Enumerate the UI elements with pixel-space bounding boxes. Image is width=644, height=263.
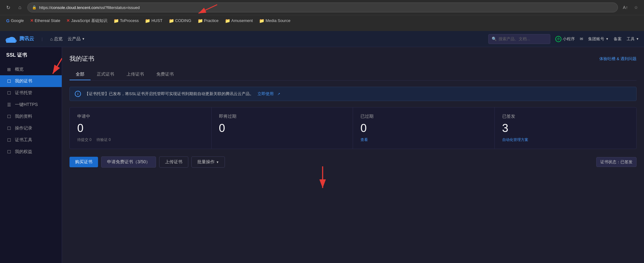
stat-expiring-value: 0 (219, 122, 346, 135)
folder-icon-hust: 📁 (145, 18, 150, 23)
tab-all[interactable]: 全部 (69, 69, 91, 80)
record-btn[interactable]: 备案 (614, 36, 622, 42)
batch-ops-button[interactable]: 批量操作 ▼ (191, 156, 225, 168)
hosting-icon: ☐ (6, 90, 12, 95)
page-title: 我的证书 (69, 55, 94, 63)
tencent-cloud-logo-svg (5, 35, 17, 43)
sidebar-my-certs-wrapper: ☐ 我的证书 (0, 75, 62, 87)
folder-icon-coding: 📁 (169, 18, 174, 23)
apply-free-cert-button[interactable]: 申请免费证书（3/50） (101, 156, 156, 168)
font-size-button[interactable]: A↑ (621, 3, 630, 12)
logo-area: 腾讯云 (5, 35, 34, 43)
google-icon: G (6, 18, 10, 23)
feedback-link[interactable]: 体验吐槽 & 遇到问题 (599, 56, 637, 62)
stat-issued-value: 3 (502, 122, 629, 135)
stat-issued-mgmt-link[interactable]: 自动化管理方案 (502, 137, 528, 142)
bookmark-practice[interactable]: 📁 Practice (195, 17, 221, 24)
xmark-icon-js: ✕ (66, 18, 70, 23)
stat-expired-view-link[interactable]: 查看 (360, 137, 368, 142)
search-placeholder: 搜索产品、文档... (499, 36, 530, 42)
stat-issued: 已签发 3 自动化管理方案 (495, 107, 637, 149)
sidebar-item-my-benefits-label: 我的权益 (15, 149, 32, 155)
account-btn[interactable]: 集团账号 ▼ (588, 36, 609, 42)
stat-applying: 申请中 0 待提交 0 待验证 0 (70, 107, 212, 149)
sidebar-item-https-label: 一键HTTPS (15, 102, 38, 107)
stat-expired-label: 已过期 (360, 114, 487, 119)
stat-expiring: 即将过期 0 (212, 107, 353, 149)
bookmark-toprocess[interactable]: 📁 ToProcess (111, 17, 141, 24)
bookmarks-bar: G Google ✕ Ethereal State ✕ JavaScript 基… (0, 15, 644, 26)
bookmark-amusement[interactable]: 📁 Amusement (222, 17, 255, 24)
sidebar-title: SSL 证书 (0, 52, 62, 64)
home-button[interactable]: ⌂ (16, 3, 24, 12)
stat-applying-label: 申请中 (77, 114, 204, 119)
external-link-icon: ↗ (277, 92, 280, 96)
sidebar-item-overview[interactable]: ⊞ 概览 (0, 64, 62, 75)
folder-icon-amusement: 📁 (225, 18, 230, 23)
bookmark-hust-label: HUST (151, 18, 162, 23)
folder-icon-media-source: 📁 (259, 18, 264, 23)
sidebar-item-op-log[interactable]: ☐ 操作记录 (0, 122, 62, 134)
mail-btn[interactable]: ✉ (580, 37, 583, 41)
lock-icon: 🔒 (32, 5, 37, 10)
bookmark-hust[interactable]: 📁 HUST (142, 17, 165, 24)
page-title-row: 我的证书 体验吐槽 & 遇到问题 (69, 55, 637, 63)
mini-program-btn[interactable]: 小 小程序 (555, 36, 575, 42)
address-bar[interactable]: 🔒 https://console.cloud.tencent.com/ssl?… (27, 2, 618, 12)
xmark-icon-ethereal: ✕ (30, 18, 34, 23)
banner-text: 【证书托管】已发布，将SSL证书开启托管即可实现证书到期前自动更新关联的腾讯云云… (85, 91, 254, 97)
sidebar-item-https[interactable]: ☰ 一键HTTPS (0, 99, 62, 111)
refresh-button[interactable]: ↻ (4, 3, 12, 12)
chevron-down-icon-batch: ▼ (216, 160, 219, 164)
folder-icon-toprocess: 📁 (114, 18, 119, 23)
bookmark-media-source[interactable]: 📁 Media Source (257, 17, 293, 24)
sidebar-item-my-info[interactable]: ☐ 我的资料 (0, 111, 62, 122)
tab-uploaded[interactable]: 上传证书 (120, 69, 150, 80)
sidebar-item-cert-tools-label: 证书工具 (15, 137, 32, 143)
tools-btn[interactable]: 工具 ▼ (627, 36, 639, 42)
tools-label: 工具 (627, 36, 635, 42)
sidebar-item-my-certs[interactable]: ☐ 我的证书 (0, 75, 62, 87)
bookmark-practice-label: Practice (204, 18, 219, 23)
bookmark-google-label: Google (11, 18, 24, 23)
stat-applying-pending-submit: 待提交 0 (77, 137, 92, 142)
mini-program-icon: 小 (555, 36, 561, 42)
top-nav: 腾讯云 | ⌂ 总览 云产品 ▼ 🔍 搜索产品、文档... 小 小程序 ✉ 集团… (0, 31, 644, 47)
buy-cert-button[interactable]: 购买证书 (69, 157, 98, 167)
cert-icon: ☐ (6, 79, 12, 84)
bookmark-star-button[interactable]: ☆ (632, 3, 640, 12)
mini-program-label: 小程序 (563, 36, 575, 42)
browser-actions: A↑ ☆ (621, 3, 640, 12)
tab-formal[interactable]: 正式证书 (91, 69, 120, 80)
bookmark-javascript[interactable]: ✕ JavaScript 基础知识 (64, 17, 110, 24)
chevron-down-icon-account: ▼ (606, 37, 609, 41)
tabs: 全部 正式证书 上传证书 免费证书 (69, 69, 637, 81)
filter-status-select[interactable]: 证书状态：已签发 (596, 157, 637, 167)
bookmark-coding[interactable]: 📁 CODING (166, 17, 194, 24)
chevron-down-icon-tools: ▼ (636, 37, 639, 41)
cloud-logo (5, 35, 17, 43)
banner-link[interactable]: 立即使用 (257, 91, 274, 97)
bookmark-ethereal-state[interactable]: ✕ Ethereal State (28, 17, 63, 24)
stat-expiring-label: 即将过期 (219, 114, 346, 119)
bookmark-toprocess-label: ToProcess (120, 18, 139, 23)
nav-home[interactable]: ⌂ 总览 (50, 36, 62, 42)
url-domain: console.cloud.tencent.com (51, 5, 99, 10)
grid-icon: ⊞ (6, 67, 12, 72)
nav-products[interactable]: 云产品 ▼ (68, 36, 85, 42)
content-area: SSL 证书 ⊞ 概览 ☐ 我的证书 (0, 47, 644, 263)
tab-free[interactable]: 免费证书 (150, 69, 180, 80)
bookmark-media-source-label: Media Source (266, 18, 290, 23)
sidebar-item-cert-hosting-label: 证书托管 (15, 90, 32, 96)
sidebar-item-cert-tools[interactable]: ☐ 证书工具 (0, 134, 62, 146)
sidebar-item-my-benefits[interactable]: ☐ 我的权益 (0, 146, 62, 158)
stat-expired-sub: 查看 (360, 137, 487, 142)
mail-icon: ✉ (580, 37, 583, 41)
top-nav-right: 🔍 搜索产品、文档... 小 小程序 ✉ 集团账号 ▼ 备案 工具 ▼ (488, 34, 639, 44)
url-text: https://console.cloud.tencent.com/ssl?fi… (39, 5, 613, 10)
info-circle-icon: i (75, 91, 81, 97)
search-box[interactable]: 🔍 搜索产品、文档... (488, 34, 550, 44)
bookmark-google[interactable]: G Google (4, 17, 26, 24)
upload-cert-button[interactable]: 上传证书 (159, 156, 188, 168)
sidebar-item-cert-hosting[interactable]: ☐ 证书托管 (0, 87, 62, 99)
